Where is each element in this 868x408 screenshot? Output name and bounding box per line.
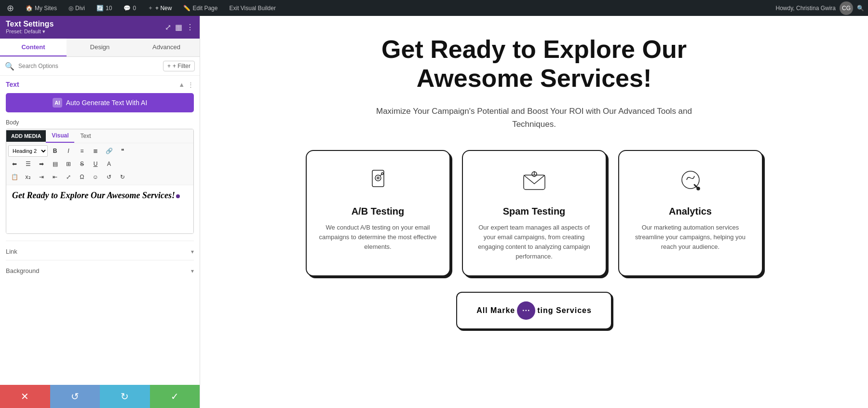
spam-testing-icon-area [520,166,549,197]
editor-container: ADD MEDIA Visual Text Heading 2 Heading … [6,129,194,234]
panel-content: Text ▲ ⋮ AI Auto Generate Text With AI B… [0,76,200,385]
new-button[interactable]: ＋ + New [145,0,175,16]
justify-button[interactable]: ▤ [49,158,61,170]
main-layout: Text Settings Preset: Default ▾ ⤢ ▦ ⋮ Co… [0,16,868,408]
fullscreen-button[interactable]: ⤢ [62,171,75,183]
wp-logo[interactable]: ⊕ [4,0,17,16]
search-icon: 🔍 [5,62,14,71]
divi-menu[interactable]: ◎ Divi [66,0,88,16]
ai-generate-button[interactable]: AI Auto Generate Text With AI [6,93,194,112]
search-input[interactable] [18,63,159,69]
background-section-header[interactable]: Background ▾ [6,266,194,279]
emoji-button[interactable]: ☺ [89,171,102,183]
redo-editor-button[interactable]: ↻ [116,171,129,183]
filter-button[interactable]: + + Filter [163,61,195,71]
tab-content[interactable]: Content [0,39,67,56]
all-services-button[interactable]: All Marke ··· ting Services [456,292,612,329]
my-sites-menu[interactable]: 🏠 My Sites [23,0,60,16]
ai-icon: AI [53,98,62,108]
align-center-button[interactable]: ☰ [22,158,34,170]
align-left-button[interactable]: ⬅ [8,158,21,170]
background-label: Background [6,267,39,274]
editor-tab-text[interactable]: Text [74,130,96,142]
table-button[interactable]: ⊞ [62,158,75,170]
updates-menu[interactable]: 🔄 10 [94,0,115,16]
undo-button[interactable]: ↺ [50,385,100,408]
analytics-card: Analytics Our marketing automation servi… [618,150,763,276]
align-right-button[interactable]: ➡ [35,158,48,170]
redo-button[interactable]: ↻ [100,385,150,408]
subscript-button[interactable]: x₂ [22,171,34,183]
italic-button[interactable]: I [62,145,75,157]
page-subtitle: Maximize Your Campaign's Potential and B… [366,105,703,131]
menu-dots-icon[interactable]: ⋮ [186,23,194,32]
link-chevron-icon: ▾ [191,248,194,255]
home-icon: 🏠 [26,5,33,12]
font-color-button[interactable]: A [103,158,115,170]
body-label: Body [6,119,194,126]
link-button[interactable]: 🔗 [103,145,115,157]
svg-point-11 [697,187,700,190]
editor-body[interactable]: Get Ready to Explore Our Awesome Service… [6,185,193,233]
blockquote-button[interactable]: ❝ [116,145,129,157]
exit-visual-builder-button[interactable]: Exit Visual Builder [226,0,279,16]
ab-testing-desc: We conduct A/B testing on your email cam… [318,223,438,252]
svg-point-2 [377,177,379,179]
admin-bar-right: Howdy, Christina Gwira CG 🔍 [776,1,864,15]
background-chevron-icon: ▾ [191,268,194,274]
text-section-header: Text ▲ ⋮ [6,81,194,88]
heading-select[interactable]: Heading 2 Heading 1 Heading 3 Paragraph [8,145,48,157]
outdent-button[interactable]: ⇤ [49,171,61,183]
strikethrough-button[interactable]: S [76,158,88,170]
spam-testing-desc: Our expert team manages all aspects of y… [475,223,594,262]
editor-tab-visual[interactable]: Visual [46,129,74,143]
filter-icon: + [167,63,171,69]
analytics-desc: Our marketing automation services stream… [631,223,750,252]
update-icon: 🔄 [96,5,104,12]
ab-testing-title: A/B Testing [352,206,405,217]
link-label: Link [6,248,17,255]
grid-icon[interactable]: ▦ [175,23,182,32]
ordered-list-button[interactable]: ≣ [89,145,102,157]
special-char-button[interactable]: Ω [76,171,88,183]
undo-editor-button[interactable]: ↺ [103,171,115,183]
admin-bar: ⊕ 🏠 My Sites ◎ Divi 🔄 10 💬 0 ＋ + New ✏️ … [0,0,868,16]
panel-title: Text Settings [6,20,54,28]
all-services-text-part1: All Marke [476,306,515,315]
analytics-icon [676,166,705,195]
ab-testing-icon [364,166,393,195]
toolbar-row-2: ⬅ ☰ ➡ ▤ ⊞ S U A [8,158,191,170]
text-section-title: Text [6,81,19,88]
editor-heading-text: Get Ready to Explore Our Awesome Service… [12,190,188,201]
collapse-icon[interactable]: ▲ [178,81,185,88]
cards-row: A/B Testing We conduct A/B testing on yo… [303,150,766,276]
tab-advanced[interactable]: Advanced [133,39,200,56]
magnify-icon[interactable]: 🔍 [857,5,864,12]
unordered-list-button[interactable]: ≡ [76,145,88,157]
editor-cursor [176,194,180,198]
cancel-button[interactable]: ✕ [0,385,50,408]
save-button[interactable]: ✓ [150,385,200,408]
section-icons: ▲ ⋮ [178,81,194,88]
section-menu-icon[interactable]: ⋮ [188,81,194,88]
ab-testing-card: A/B Testing We conduct A/B testing on yo… [306,150,450,276]
page-main-title: Get Ready to Explore Our Awesome Service… [366,35,703,93]
panel-preset[interactable]: Preset: Default ▾ [6,28,54,35]
edit-page-button[interactable]: ✏️ Edit Page [180,0,220,16]
add-media-button[interactable]: ADD MEDIA [6,130,46,142]
bold-button[interactable]: B [49,145,61,157]
link-section: Link ▾ [6,241,194,260]
svg-point-4 [381,173,383,175]
editor-top-bar: ADD MEDIA Visual Text [6,129,193,143]
analytics-title: Analytics [669,206,712,217]
expand-icon[interactable]: ⤢ [165,23,171,32]
tab-design[interactable]: Design [67,39,133,56]
paste-button[interactable]: 📋 [8,171,21,183]
link-section-header[interactable]: Link ▾ [6,247,194,260]
wp-icon: ⊕ [7,3,14,14]
underline-button[interactable]: U [89,158,102,170]
comments-menu[interactable]: 💬 0 [121,0,139,16]
editor-toolbar: Heading 2 Heading 1 Heading 3 Paragraph … [6,143,193,185]
indent-button[interactable]: ⇥ [35,171,48,183]
panel-search: 🔍 + + Filter [0,57,200,76]
